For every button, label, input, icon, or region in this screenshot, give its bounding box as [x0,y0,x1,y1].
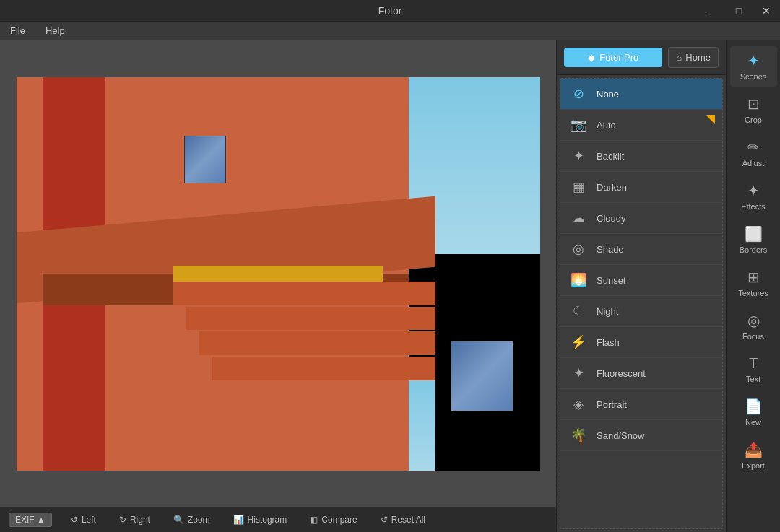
pro-badge-auto [706,115,715,124]
tool-icon-textures: ⊞ [748,269,760,286]
scene-item-fluorescent[interactable]: ✦Fluorescent [560,358,722,389]
tool-label-textures: Textures [738,289,768,297]
zoom-button[interactable]: 🔍 Zoom [169,513,214,527]
tool-label-crop: Crop [745,115,762,124]
tool-label-export: Export [742,461,765,470]
tool-icon-text: T [749,355,758,372]
scene-icon-backlit: ✦ [571,148,586,164]
scene-name-night: Night [597,306,618,317]
panel-header: ◆ Fotor Pro ⌂ Home [557,40,726,75]
tool-icon-borders: ⬜ [745,225,763,243]
tool-item-scenes[interactable]: ✦Scenes [730,46,777,87]
scene-item-sandsnow[interactable]: 🌴Sand/Snow [560,420,722,451]
stair-step-3 [199,331,435,355]
scene-name-backlit: Backlit [597,151,624,162]
minimize-button[interactable]: — [698,0,725,22]
scene-icon-sandsnow: 🌴 [571,427,586,443]
bottom-toolbar: EXIF ▲ ↺ Left ↻ Right 🔍 Zoom 📊 Histogram… [0,507,556,532]
tool-item-crop[interactable]: ⊡Crop [730,90,777,130]
diamond-icon: ◆ [588,52,595,63]
stair-step-1 [173,282,436,305]
scene-icon-flash: ⚡ [571,334,586,350]
tool-label-focus: Focus [742,332,764,341]
scene-name-cloudy: Cloudy [597,213,625,224]
title-bar: Fotor — □ ✕ [0,0,780,22]
tool-item-textures[interactable]: ⊞Textures [730,263,777,303]
scene-item-backlit[interactable]: ✦Backlit [560,141,722,172]
fotor-pro-button[interactable]: ◆ Fotor Pro [564,48,662,67]
tool-icon-crop: ⊡ [748,95,760,113]
tool-item-export[interactable]: 📤Export [730,435,777,476]
window-controls: — □ ✕ [698,0,780,22]
tool-item-effects[interactable]: ✦Effects [730,176,777,217]
scene-name-sandsnow: Sand/Snow [597,430,645,441]
scene-item-sunset[interactable]: 🌅Sunset [560,265,722,296]
tool-label-effects: Effects [741,202,765,211]
file-menu[interactable]: File [6,24,30,38]
help-menu[interactable]: Help [41,24,69,38]
scene-name-none: None [597,89,619,100]
canvas-area: EXIF ▲ ↺ Left ↻ Right 🔍 Zoom 📊 Histogram… [0,40,556,532]
scene-icon-shade: ◎ [571,241,586,257]
scene-name-shade: Shade [597,244,624,255]
scene-icon-none: ⊘ [571,86,586,102]
tool-label-text: Text [746,375,760,383]
tool-item-borders[interactable]: ⬜Borders [730,219,777,260]
scene-name-flash: Flash [597,337,620,348]
menu-bar: File Help [0,22,780,40]
maximize-button[interactable]: □ [725,0,753,22]
tools-sidebar: ✦Scenes⊡Crop✏Adjust✦Effects⬜Borders⊞Text… [726,40,780,532]
tool-item-text[interactable]: TText [730,349,777,389]
scene-item-portrait[interactable]: ◈Portrait [560,389,722,420]
reset-all-button[interactable]: ↺ Reset All [376,513,430,527]
scene-icon-portrait: ◈ [571,396,586,412]
scene-icon-night: ☾ [571,303,586,319]
scene-item-auto[interactable]: 📷Auto [560,110,722,141]
main-layout: EXIF ▲ ↺ Left ↻ Right 🔍 Zoom 📊 Histogram… [0,40,780,532]
scene-icon-cloudy: ☁ [571,210,586,226]
exif-button[interactable]: EXIF ▲ [9,513,52,527]
stair-step-2 [186,307,435,331]
scene-name-fluorescent: Fluorescent [597,368,646,379]
tool-icon-export: 📤 [745,441,763,458]
zoom-icon: 🔍 [173,515,184,525]
tool-icon-adjust: ✏ [748,139,760,156]
stair-step-4 [212,357,435,380]
tool-label-scenes: Scenes [740,72,767,81]
scene-item-shade[interactable]: ◎Shade [560,234,722,265]
scene-name-darken: Darken [597,182,627,193]
tool-icon-new: 📄 [745,398,763,415]
tool-item-new[interactable]: 📄New [730,392,777,432]
rotate-left-button[interactable]: ↺ Left [66,513,100,527]
scene-icon-fluorescent: ✦ [571,365,586,381]
scene-name-auto: Auto [597,120,616,131]
compare-button[interactable]: ◧ Compare [306,513,361,527]
tool-item-adjust[interactable]: ✏Adjust [730,133,777,173]
scene-name-sunset: Sunset [597,275,625,286]
home-icon: ⌂ [676,52,682,63]
scenes-panel: ◆ Fotor Pro ⌂ Home ⊘None📷Auto✦Backlit▦Da… [557,40,726,532]
rotate-right-button[interactable]: ↻ Right [115,513,155,527]
scene-item-cloudy[interactable]: ☁Cloudy [560,203,722,234]
rotate-left-icon: ↺ [71,515,78,525]
home-button[interactable]: ⌂ Home [668,47,719,68]
scene-icon-sunset: 🌅 [571,272,586,288]
scene-item-flash[interactable]: ⚡Flash [560,327,722,358]
histogram-button[interactable]: 📊 Histogram [229,513,292,527]
scene-item-night[interactable]: ☾Night [560,296,722,327]
tool-icon-scenes: ✦ [748,52,760,69]
tool-icon-effects: ✦ [748,182,760,199]
tool-label-new: New [745,418,761,427]
scene-item-none[interactable]: ⊘None [560,79,722,110]
photo-canvas [17,77,540,471]
histogram-icon: 📊 [233,515,244,525]
scene-icon-auto: 📷 [571,117,586,133]
photo-image [17,77,540,471]
app-title: Fotor [378,5,402,17]
stair-pattern [173,282,436,400]
scene-name-portrait: Portrait [597,399,627,410]
tool-item-focus[interactable]: ◎Focus [730,306,777,346]
window-bottom-right [451,341,514,411]
close-button[interactable]: ✕ [753,0,780,22]
scene-item-darken[interactable]: ▦Darken [560,172,722,203]
